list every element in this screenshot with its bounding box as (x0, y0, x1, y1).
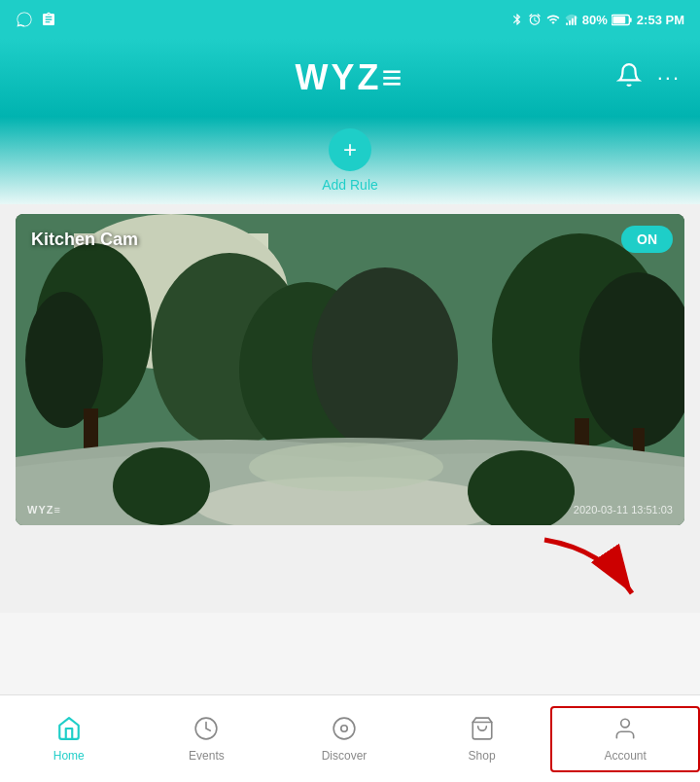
status-right-icons: 80% 2:53 PM (510, 13, 684, 27)
shop-label: Shop (469, 749, 496, 763)
signal-icon (565, 13, 578, 26)
add-rule-button[interactable]: + (329, 128, 371, 171)
arrow-container (0, 535, 700, 613)
svg-point-30 (621, 719, 630, 728)
clipboard-icon (41, 12, 56, 27)
discover-icon (332, 716, 357, 745)
nav-discover[interactable]: Discover (275, 708, 413, 770)
account-label: Account (604, 749, 646, 763)
camera-name-label: Kitchen Cam (31, 230, 138, 250)
bell-icon[interactable] (616, 62, 642, 93)
svg-point-28 (341, 725, 348, 731)
svg-point-15 (312, 267, 458, 452)
camera-timestamp: 2020-03-11 13:51:03 (574, 504, 673, 515)
camera-section: Kitchen Cam ON WYZ≡ 2020-03-11 13:51:03 (0, 204, 700, 535)
home-icon (56, 716, 82, 745)
wifi-icon (545, 13, 561, 26)
svg-rect-5 (612, 16, 625, 22)
status-left-icons (16, 11, 56, 28)
nav-account[interactable]: Account (550, 706, 700, 772)
camera-on-badge[interactable]: ON (621, 226, 673, 253)
svg-rect-1 (569, 20, 571, 25)
red-arrow (525, 530, 671, 608)
bluetooth-icon (510, 13, 524, 26)
svg-rect-2 (572, 18, 574, 25)
svg-rect-6 (630, 18, 632, 22)
camera-scene (16, 214, 684, 525)
nav-shop[interactable]: Shop (413, 708, 551, 770)
app-logo: WYZ≡ (296, 57, 405, 98)
events-label: Events (189, 749, 225, 763)
camera-card[interactable]: Kitchen Cam ON WYZ≡ 2020-03-11 13:51:03 (16, 214, 684, 525)
svg-point-11 (25, 292, 103, 428)
alarm-icon (528, 13, 542, 26)
battery-percent: 80% (582, 13, 608, 27)
home-label: Home (53, 749, 85, 763)
events-icon (193, 716, 219, 745)
app-header: WYZ≡ ··· (0, 39, 700, 117)
svg-point-27 (333, 718, 355, 739)
account-icon (612, 716, 638, 745)
shop-icon (470, 716, 495, 745)
whatsapp-icon (16, 11, 33, 28)
svg-rect-0 (566, 23, 568, 25)
more-options-icon[interactable]: ··· (657, 65, 681, 90)
svg-rect-3 (575, 17, 577, 25)
discover-label: Discover (322, 749, 368, 763)
bottom-navigation: Home Events Discover Sh (0, 694, 700, 782)
svg-point-22 (113, 447, 210, 525)
add-rule-section: + Add Rule (0, 117, 700, 204)
svg-point-24 (249, 443, 443, 491)
clock-time: 2:53 PM (637, 13, 684, 27)
status-bar: 80% 2:53 PM (0, 0, 700, 39)
nav-events[interactable]: Events (138, 708, 276, 770)
camera-watermark: WYZ≡ (27, 504, 61, 515)
battery-icon (612, 14, 633, 26)
nav-home[interactable]: Home (0, 708, 138, 770)
add-rule-label: Add Rule (322, 177, 378, 193)
